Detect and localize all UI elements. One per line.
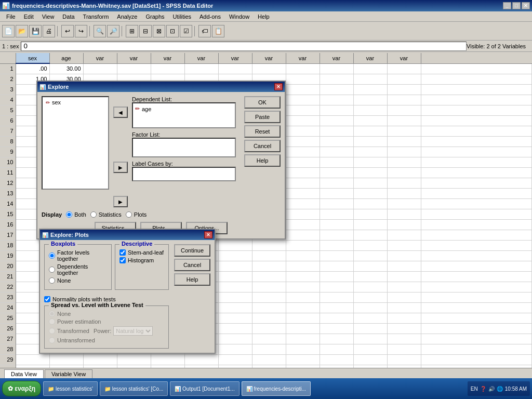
grid-cell-var[interactable] bbox=[286, 167, 320, 178]
grid-cell-var[interactable] bbox=[320, 157, 353, 167]
grid-cell-var[interactable] bbox=[286, 95, 320, 105]
grid-cell-var[interactable] bbox=[320, 167, 353, 178]
grid-cell-var[interactable] bbox=[286, 344, 320, 354]
grid-cell-var[interactable] bbox=[387, 271, 421, 282]
grid-cell-var[interactable] bbox=[421, 178, 532, 188]
boxplot-factor-levels[interactable]: Factor levels together bbox=[49, 249, 107, 262]
grid-cell-var[interactable] bbox=[421, 230, 532, 240]
grid-cell-sex[interactable] bbox=[16, 354, 49, 365]
grid-cell-var[interactable] bbox=[387, 344, 421, 354]
grid-cell-var[interactable] bbox=[353, 84, 387, 95]
grid-cell-var[interactable] bbox=[387, 147, 421, 157]
grid-cell-var[interactable] bbox=[353, 323, 387, 334]
grid-cell-var[interactable] bbox=[218, 261, 252, 271]
plots-close-btn[interactable]: ✕ bbox=[204, 231, 212, 238]
grid-cell-var[interactable] bbox=[320, 178, 353, 188]
grid-cell-var[interactable] bbox=[353, 105, 387, 115]
select-cases[interactable]: ☑ bbox=[180, 25, 192, 37]
grid-cell-var[interactable] bbox=[387, 136, 421, 147]
grid-cell-var[interactable] bbox=[286, 136, 320, 147]
grid-cell-var[interactable] bbox=[320, 219, 353, 230]
menu-data[interactable]: Data bbox=[58, 12, 78, 21]
grid-cell-var[interactable] bbox=[252, 302, 286, 313]
grid-cell-var[interactable] bbox=[387, 292, 421, 302]
grid-cell-var[interactable] bbox=[387, 74, 421, 84]
continue-button[interactable]: Continue bbox=[174, 244, 210, 257]
move-to-factor-btn[interactable]: ▶ bbox=[113, 162, 128, 173]
grid-cell-var[interactable] bbox=[421, 105, 532, 115]
grid-cell-var[interactable] bbox=[353, 313, 387, 323]
grid-cell-var[interactable] bbox=[218, 334, 252, 344]
grid-cell-var[interactable] bbox=[252, 292, 286, 302]
grid-cell-var[interactable] bbox=[218, 292, 252, 302]
grid-cell-var[interactable] bbox=[421, 157, 532, 167]
spread-power[interactable]: Power estimation bbox=[49, 318, 164, 325]
grid-cell-var[interactable] bbox=[353, 95, 387, 105]
grid-cell-var[interactable] bbox=[387, 323, 421, 334]
maximize-button[interactable]: □ bbox=[512, 2, 521, 9]
grid-cell-var[interactable] bbox=[387, 354, 421, 365]
grid-cell-var[interactable] bbox=[421, 282, 532, 292]
taskbar-item-1[interactable]: 📁 lesson statistics' bbox=[43, 381, 98, 396]
grid-cell-var[interactable] bbox=[320, 126, 353, 136]
grid-cell-var[interactable] bbox=[421, 250, 532, 261]
grid-cell-var[interactable] bbox=[421, 313, 532, 323]
grid-cell-var[interactable] bbox=[151, 354, 184, 365]
display-statistics[interactable]: Statistics bbox=[90, 211, 122, 218]
ok-button[interactable]: OK bbox=[244, 96, 281, 109]
grid-cell-var[interactable] bbox=[286, 115, 320, 126]
grid-cell-var[interactable] bbox=[421, 167, 532, 178]
grid-cell-var[interactable] bbox=[218, 344, 252, 354]
grid-cell-var[interactable] bbox=[320, 250, 353, 261]
grid-cell-var[interactable] bbox=[387, 84, 421, 95]
grid-cell-var[interactable] bbox=[421, 84, 532, 95]
grid-cell-var[interactable] bbox=[421, 261, 532, 271]
grid-cell-var[interactable] bbox=[320, 74, 353, 84]
grid-cell-var[interactable] bbox=[286, 178, 320, 188]
grid-cell-var[interactable] bbox=[320, 313, 353, 323]
grid-cell-var[interactable] bbox=[218, 354, 252, 365]
menu-edit[interactable]: Edit bbox=[20, 12, 38, 21]
display-plots[interactable]: Plots bbox=[126, 211, 147, 218]
grid-cell-var[interactable] bbox=[353, 188, 387, 198]
grid-cell-var[interactable] bbox=[286, 188, 320, 198]
grid-cell-var[interactable] bbox=[353, 292, 387, 302]
grid-cell-var[interactable] bbox=[320, 209, 353, 219]
grid-cell-var[interactable] bbox=[353, 63, 387, 74]
grid-cell-var[interactable] bbox=[320, 292, 353, 302]
grid-cell-var[interactable] bbox=[387, 261, 421, 271]
menu-utilities[interactable]: Utilities bbox=[169, 12, 195, 21]
grid-cell-var[interactable] bbox=[421, 323, 532, 334]
grid-cell-var[interactable] bbox=[184, 63, 218, 74]
grid-cell-var[interactable] bbox=[218, 282, 252, 292]
grid-cell-var[interactable] bbox=[320, 282, 353, 292]
variable-list[interactable]: ✏sex bbox=[42, 96, 109, 190]
grid-cell-var[interactable] bbox=[353, 167, 387, 178]
grid-cell-var[interactable] bbox=[353, 74, 387, 84]
grid-cell-var[interactable] bbox=[387, 282, 421, 292]
table-row[interactable]: 29 bbox=[0, 354, 532, 365]
start-button[interactable]: ✿ εναρξη bbox=[2, 381, 41, 396]
grid-cell-var[interactable] bbox=[218, 250, 252, 261]
grid-cell-var[interactable] bbox=[421, 115, 532, 126]
taskbar-item-2[interactable]: 📁 lesson statistics' [Co... bbox=[100, 381, 168, 396]
grid-cell-var[interactable] bbox=[252, 313, 286, 323]
grid-cell-var[interactable] bbox=[353, 136, 387, 147]
grid-cell-var[interactable] bbox=[353, 230, 387, 240]
taskbar-item-3[interactable]: 📊 Output1 [Document1... bbox=[170, 381, 239, 396]
grid-cell-var[interactable] bbox=[218, 63, 252, 74]
minimize-button[interactable]: _ bbox=[503, 2, 511, 9]
spread-none[interactable]: None bbox=[49, 311, 164, 317]
grid-cell-var[interactable] bbox=[286, 63, 320, 74]
taskbar-item-4[interactable]: 📊 frequencies-descripti... bbox=[242, 381, 311, 396]
grid-cell-var[interactable] bbox=[320, 105, 353, 115]
use-variable[interactable]: 📋 bbox=[212, 25, 224, 37]
grid-cell-var[interactable] bbox=[421, 147, 532, 157]
cancel-button[interactable]: Cancel bbox=[244, 140, 281, 152]
grid-cell-var[interactable] bbox=[421, 271, 532, 282]
grid-cell-var[interactable] bbox=[421, 136, 532, 147]
grid-cell-var[interactable] bbox=[320, 261, 353, 271]
grid-cell-var[interactable] bbox=[218, 271, 252, 282]
grid-cell-var[interactable] bbox=[320, 354, 353, 365]
move-to-dependent-btn[interactable]: ◀ bbox=[113, 107, 128, 118]
